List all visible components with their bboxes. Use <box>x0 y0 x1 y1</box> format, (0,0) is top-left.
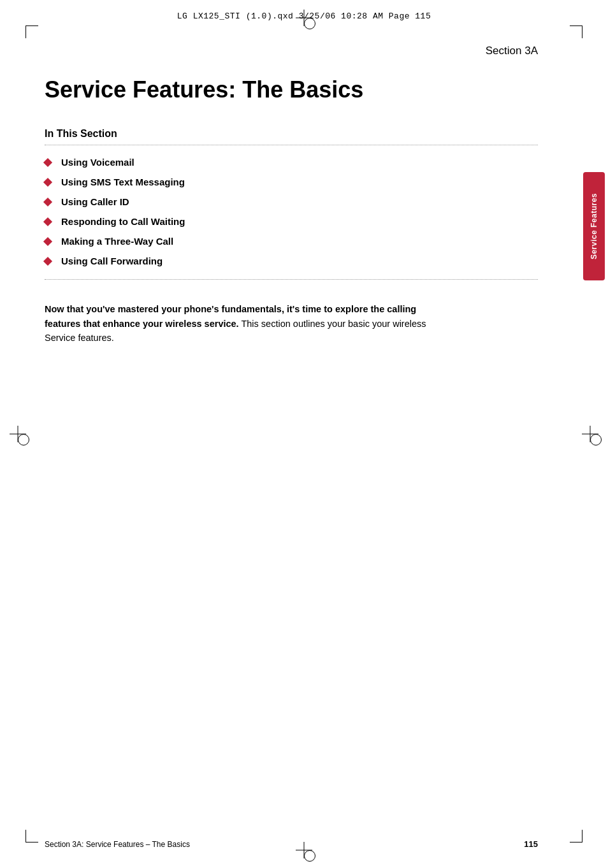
body-text: Now that you've mastered your phone's fu… <box>45 302 440 345</box>
corner-mark-bottom-right <box>570 830 583 843</box>
footer-left: Section 3A: Service Features – The Basic… <box>45 840 190 849</box>
footer: Section 3A: Service Features – The Basic… <box>45 839 538 849</box>
toc-block: In This Section Using Voicemail Using SM… <box>45 128 538 280</box>
corner-mark-top-left <box>25 25 38 38</box>
page-container: LG LX125_STI (1.0).qxd 3/25/06 10:28 AM … <box>0 0 608 868</box>
list-item: Making a Three-Way Call <box>45 236 538 247</box>
list-item: Using Caller ID <box>45 196 538 207</box>
toc-item-label: Using SMS Text Messaging <box>61 177 185 187</box>
main-content: Service Features Section 3A Service Feat… <box>45 45 538 817</box>
toc-item-label: Making a Three-Way Call <box>61 236 173 247</box>
top-divider <box>45 145 538 145</box>
toc-item-label: Responding to Call Waiting <box>61 216 185 227</box>
side-tab-label: Service Features <box>590 193 598 259</box>
diamond-icon <box>43 178 52 187</box>
bottom-divider <box>45 279 538 280</box>
footer-page: 115 <box>524 839 538 849</box>
list-item: Using Call Forwarding <box>45 256 538 266</box>
diamond-icon <box>43 217 52 226</box>
diamond-icon <box>43 237 52 246</box>
toc-item-label: Using Caller ID <box>61 196 129 207</box>
side-tab: Service Features <box>583 172 605 280</box>
list-item: Using Voicemail <box>45 157 538 168</box>
page-title: Service Features: The Basics <box>45 76 538 103</box>
diamond-icon <box>43 198 52 206</box>
toc-heading: In This Section <box>45 128 538 140</box>
diamond-icon <box>43 257 52 266</box>
toc-list: Using Voicemail Using SMS Text Messaging… <box>45 157 538 266</box>
list-item: Using SMS Text Messaging <box>45 177 538 187</box>
diamond-icon <box>43 158 52 167</box>
corner-mark-top-right <box>570 25 583 38</box>
toc-item-label: Using Voicemail <box>61 157 134 168</box>
section-label: Section 3A <box>45 45 538 57</box>
toc-item-label: Using Call Forwarding <box>61 256 163 266</box>
list-item: Responding to Call Waiting <box>45 216 538 227</box>
corner-mark-bottom-left <box>25 830 38 843</box>
